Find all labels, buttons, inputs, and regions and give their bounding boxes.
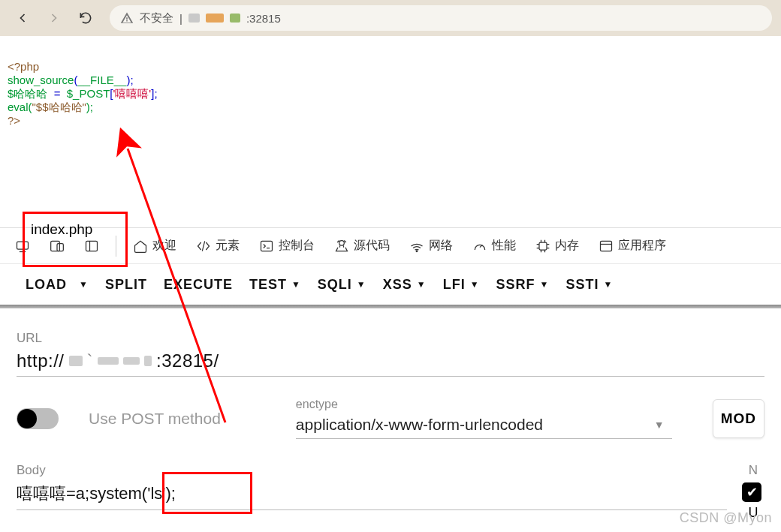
code-token: <?php [8, 60, 39, 73]
code-token: "$$哈哈哈" [32, 101, 86, 113]
svg-rect-9 [539, 242, 547, 250]
tab-memory[interactable]: 内存 [529, 228, 585, 263]
chevron-down-icon: ▼ [470, 279, 480, 290]
chevron-down-icon: ▼ [79, 279, 89, 290]
code-token: = [47, 87, 66, 100]
body-input[interactable]: 嘻嘻嘻=a;system('ls'); [17, 482, 727, 510]
n-label: N [742, 463, 764, 478]
split-button[interactable]: SPLIT [102, 277, 150, 293]
code-token: show_source [8, 74, 74, 86]
page-content: <?php show_source(__FILE__); $哈哈哈 = $_PO… [0, 36, 781, 227]
code-token: ); [126, 74, 133, 86]
test-dropdown[interactable]: TEST▼ [246, 277, 304, 293]
redacted [69, 356, 83, 366]
load-button[interactable]: LOAD▼ [23, 277, 92, 293]
ssrf-dropdown[interactable]: SSRF▼ [493, 277, 553, 293]
chevron-down-icon: ▼ [357, 279, 366, 290]
tab-network[interactable]: 网络 [403, 228, 459, 263]
browser-toolbar: 不安全 | :32815 [0, 0, 781, 36]
annotation-label: index.php [31, 221, 92, 237]
svg-point-8 [416, 250, 418, 251]
url-input[interactable]: http:// ` :32815/ [17, 350, 764, 377]
redacted [123, 357, 140, 365]
annotation-box: index.php [23, 212, 128, 267]
code-token: __FILE__ [77, 74, 126, 86]
tab-performance[interactable]: 性能 [466, 228, 522, 263]
mod-button[interactable]: MOD [713, 399, 764, 438]
redacted [98, 357, 119, 365]
address-bar[interactable]: 不安全 | :32815 [110, 5, 772, 31]
chevron-down-icon: ▼ [540, 279, 550, 290]
lfi-dropdown[interactable]: LFI▼ [440, 277, 483, 293]
chevron-down-icon: ▼ [654, 419, 665, 431]
enctype-label: enctype [296, 398, 672, 411]
warning-icon [120, 11, 134, 25]
tab-welcome[interactable]: 欢迎 [127, 228, 182, 263]
back-button[interactable] [9, 5, 36, 32]
sqli-dropdown[interactable]: SQLI▼ [315, 277, 369, 293]
enctype-select[interactable]: application/x-www-form-urlencoded ▼ [296, 411, 672, 439]
tab-console[interactable]: 控制台 [253, 228, 321, 263]
security-label: 不安全 [140, 11, 173, 26]
post-toggle[interactable] [17, 408, 59, 429]
tab-sources[interactable]: 源代码 [328, 228, 396, 263]
svg-rect-6 [261, 241, 273, 251]
checkbox[interactable]: ✔ [742, 482, 761, 502]
svg-rect-10 [601, 241, 612, 251]
post-toggle-label: Use POST method [89, 410, 221, 428]
redacted-host [206, 14, 224, 23]
code-token: eval( [8, 101, 32, 113]
tab-elements[interactable]: 元素 [190, 228, 246, 263]
xss-dropdown[interactable]: XSS▼ [380, 277, 430, 293]
chevron-down-icon: ▼ [417, 279, 427, 290]
request-panel: URL http:// ` :32815/ Use POST method en… [0, 308, 781, 521]
chevron-down-icon: ▼ [603, 279, 613, 290]
redacted-host [230, 14, 240, 23]
code-token: $_POST [67, 87, 110, 100]
code-token: $哈哈哈 [8, 87, 47, 100]
code-token: ?> [8, 114, 20, 127]
url-label: URL [17, 331, 764, 346]
tab-application[interactable]: 应用程序 [593, 228, 672, 263]
body-label: Body [17, 463, 727, 478]
annotation-box [162, 472, 252, 514]
address-suffix: :32815 [246, 12, 281, 25]
redacted-host [188, 14, 200, 23]
reload-button[interactable] [72, 5, 99, 32]
watermark: CSDN @Myon [680, 510, 772, 526]
redacted [144, 356, 152, 366]
code-token: ); [86, 101, 93, 113]
ssti-dropdown[interactable]: SSTI▼ [562, 277, 616, 293]
chevron-down-icon: ▼ [291, 279, 301, 290]
code-token: '嘻嘻嘻' [113, 87, 151, 100]
devtools: 欢迎 元素 控制台 源代码 网络 性能 内存 应用程序 LOAD▼ SPLIT … [0, 227, 781, 521]
svg-point-7 [339, 240, 345, 245]
execute-button[interactable]: EXECUTE [161, 277, 236, 293]
code-token: ]; [151, 87, 157, 100]
hack-toolbar: LOAD▼ SPLIT EXECUTE TEST▼ SQLI▼ XSS▼ LFI… [0, 264, 781, 305]
forward-button[interactable] [41, 5, 68, 32]
